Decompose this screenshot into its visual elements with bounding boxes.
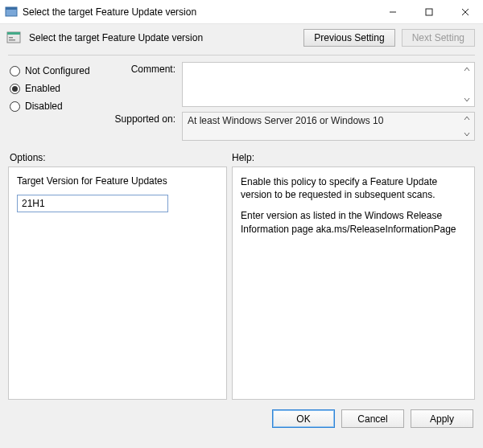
ok-button[interactable]: OK: [272, 409, 335, 428]
next-setting-button: Next Setting: [402, 29, 475, 47]
previous-setting-button[interactable]: Previous Setting: [303, 29, 394, 47]
supported-label: Supported on:: [106, 112, 175, 141]
chevron-up-icon[interactable]: [463, 65, 471, 73]
chevron-up-icon[interactable]: [463, 114, 471, 122]
comment-textarea[interactable]: [182, 62, 475, 107]
options-heading: Options:: [10, 152, 232, 163]
help-pane: Enable this policy to specify a Feature …: [232, 166, 475, 400]
radio-icon: [10, 101, 20, 112]
radio-not-configured[interactable]: Not Configured: [10, 65, 98, 76]
target-version-input[interactable]: [17, 195, 168, 212]
cancel-button[interactable]: Cancel: [341, 409, 404, 428]
supported-on-box: At least Windows Server 2016 or Windows …: [182, 112, 475, 141]
close-button[interactable]: [447, 0, 483, 23]
radio-icon: [10, 66, 20, 76]
radio-icon: [10, 84, 20, 94]
svg-rect-1: [6, 7, 17, 10]
policy-title: Select the target Feature Update version: [29, 32, 297, 43]
help-heading: Help:: [232, 152, 473, 163]
help-text: Enter version as listed in the Windows R…: [241, 209, 466, 235]
radio-label: Disabled: [25, 101, 63, 112]
radio-label: Enabled: [25, 83, 60, 94]
title-bar: Select the target Feature Update version: [0, 0, 483, 24]
maximize-button[interactable]: [411, 0, 447, 23]
help-text: Enable this policy to specify a Feature …: [241, 175, 466, 201]
state-radio-group: Not Configured Enabled Disabled: [10, 62, 98, 141]
minimize-button[interactable]: [374, 0, 411, 23]
chevron-down-icon[interactable]: [463, 130, 471, 138]
policy-header: Select the target Feature Update version…: [0, 24, 483, 51]
svg-rect-9: [9, 39, 15, 41]
target-version-label: Target Version for Feature Updates: [17, 175, 218, 187]
radio-enabled[interactable]: Enabled: [10, 83, 98, 94]
supported-on-text: At least Windows Server 2016 or Windows …: [188, 115, 383, 126]
radio-disabled[interactable]: Disabled: [10, 101, 98, 112]
svg-rect-3: [426, 9, 432, 15]
apply-button[interactable]: Apply: [411, 409, 473, 428]
svg-rect-7: [7, 32, 20, 35]
dialog-footer: OK Cancel Apply: [0, 400, 483, 428]
chevron-down-icon[interactable]: [463, 96, 471, 104]
policy-icon: [5, 29, 23, 47]
comment-label: Comment:: [106, 62, 175, 107]
radio-label: Not Configured: [25, 65, 90, 76]
window-title: Select the target Feature Update version: [23, 6, 374, 18]
svg-rect-8: [9, 37, 13, 39]
app-icon: [5, 6, 18, 18]
options-pane: Target Version for Feature Updates: [8, 166, 227, 400]
